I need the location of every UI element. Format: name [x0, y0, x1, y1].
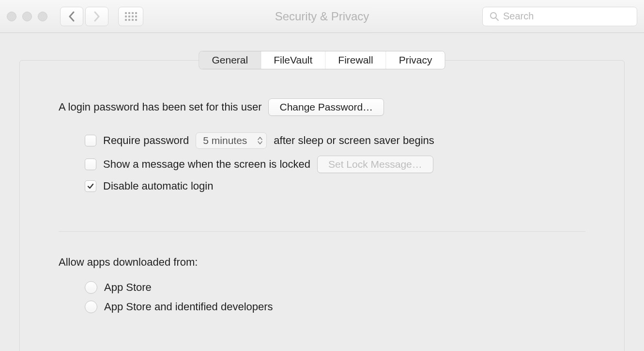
section-divider: [59, 231, 585, 232]
show-lock-message-checkbox[interactable]: [85, 159, 96, 170]
chevron-left-icon: [68, 11, 75, 22]
allow-apps-option-appstore-dev: App Store and identified developers: [59, 301, 585, 313]
require-password-delay-select[interactable]: 5 minutes: [196, 132, 267, 149]
window-minimize-button[interactable]: [22, 12, 32, 21]
stepper-icon: [258, 137, 262, 144]
svg-point-0: [491, 13, 496, 18]
check-icon: [87, 182, 94, 190]
tab-firewall[interactable]: Firewall: [325, 51, 386, 69]
allow-apps-radio-appstore-dev[interactable]: [85, 301, 97, 313]
require-password-label-after: after sleep or screen saver begins: [274, 134, 434, 147]
svg-line-1: [496, 18, 498, 20]
disable-auto-login-checkbox[interactable]: [85, 180, 96, 192]
radio-label: App Store and identified developers: [104, 301, 273, 313]
search-icon: [490, 12, 499, 21]
forward-button[interactable]: [85, 7, 108, 26]
require-password-row: Require password 5 minutes after sleep o…: [59, 132, 585, 149]
pref-tabs: General FileVault Firewall Privacy: [199, 51, 445, 69]
grid-icon: [125, 12, 137, 21]
show-lock-message-label: Show a message when the screen is locked: [103, 158, 310, 171]
login-password-set-label: A login password has been set for this u…: [59, 101, 261, 113]
window-controls: [7, 12, 47, 21]
toolbar: Security & Privacy Search: [0, 0, 644, 33]
allow-apps-option-appstore: App Store: [59, 281, 585, 294]
change-password-button[interactable]: Change Password…: [268, 98, 384, 116]
login-password-row: A login password has been set for this u…: [59, 98, 585, 116]
require-password-label: Require password: [103, 134, 189, 147]
button-label: Set Lock Message…: [328, 159, 422, 170]
tab-label: FileVault: [274, 54, 312, 65]
tab-label: Privacy: [399, 54, 432, 65]
chevron-right-icon: [93, 11, 100, 22]
allow-apps-heading: Allow apps downloaded from:: [59, 256, 585, 269]
show-lock-message-row: Show a message when the screen is locked…: [59, 156, 585, 173]
tab-privacy[interactable]: Privacy: [386, 51, 445, 69]
window-zoom-button[interactable]: [38, 12, 47, 21]
search-placeholder: Search: [503, 11, 534, 22]
button-label: Change Password…: [279, 101, 373, 112]
radio-label: App Store: [104, 281, 152, 294]
select-value: 5 minutes: [203, 135, 247, 146]
require-password-checkbox[interactable]: [85, 135, 96, 146]
allow-apps-radio-appstore[interactable]: [85, 281, 97, 294]
set-lock-message-button: Set Lock Message…: [317, 156, 433, 173]
tab-general[interactable]: General: [199, 51, 261, 69]
back-button[interactable]: [60, 7, 83, 26]
tab-label: Firewall: [338, 54, 373, 65]
tab-filevault[interactable]: FileVault: [261, 51, 325, 69]
search-input[interactable]: Search: [482, 7, 637, 26]
window-close-button[interactable]: [7, 12, 16, 21]
pref-panel: A login password has been set for this u…: [19, 60, 625, 351]
disable-auto-login-label: Disable automatic login: [103, 180, 213, 192]
show-all-prefs-button[interactable]: [118, 7, 143, 26]
nav-buttons: [60, 7, 108, 26]
disable-auto-login-row: Disable automatic login: [59, 180, 585, 192]
tab-label: General: [212, 54, 248, 65]
